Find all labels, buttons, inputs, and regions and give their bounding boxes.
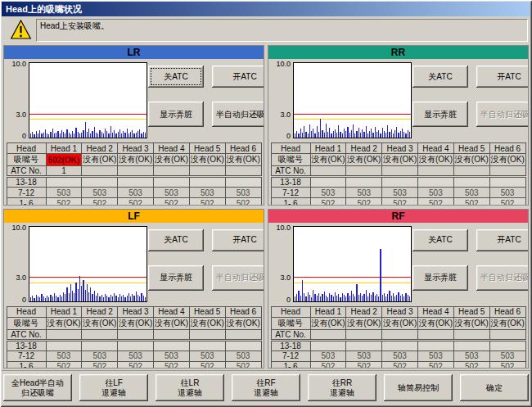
- chart-bar: [57, 297, 58, 301]
- chart-bar: [309, 124, 310, 138]
- chart-bar: [74, 293, 74, 301]
- row-label-cell: ATC No.: [271, 166, 310, 177]
- panel-lr-header: LR: [4, 46, 264, 59]
- chart-bar: [132, 130, 133, 138]
- show-dirty-button[interactable]: 显示弄脏: [148, 102, 204, 127]
- row-label-cell: 7-12: [7, 350, 46, 361]
- open-atc-button[interactable]: 开ATC: [212, 229, 264, 251]
- chart-bar: [394, 130, 395, 138]
- nozzle-table: HeadHead 1Head 2Head 3Head 4Head 5Head 6…: [7, 306, 262, 369]
- retract-axis-lf-button[interactable]: 往LF 退避轴: [79, 374, 148, 401]
- table-row: 13-18: [271, 340, 525, 350]
- chart-bar: [322, 294, 322, 301]
- show-dirty-button[interactable]: 显示弄脏: [148, 265, 204, 291]
- chart-bar: [81, 133, 82, 138]
- table-header-cell: Head 3: [382, 143, 418, 154]
- chart-bar: [335, 292, 336, 301]
- chart-bar: [362, 129, 363, 138]
- chart-bar: [79, 276, 80, 301]
- retract-axis-rr-button[interactable]: 往RR 退避轴: [308, 374, 376, 401]
- table-cell: [382, 340, 418, 350]
- table-cell: [46, 177, 82, 188]
- table-cell: 503: [346, 350, 382, 361]
- nozzle-table: HeadHead 1Head 2Head 3Head 4Head 5Head 6…: [271, 142, 526, 206]
- chart-bar: [302, 280, 303, 301]
- table-header-cell: Head: [271, 306, 310, 317]
- chart-bar: [367, 133, 368, 138]
- table-cell: 503: [453, 188, 489, 198]
- chart-bar: [96, 296, 97, 301]
- chart-bar: [118, 297, 119, 301]
- chart-bar: [329, 293, 330, 301]
- chart-bar: [56, 296, 56, 301]
- table-cell: 没有(OK): [310, 154, 346, 166]
- chart-bar: [400, 296, 401, 301]
- chart-bar: [347, 127, 348, 138]
- open-atc-button[interactable]: 开ATC: [212, 66, 264, 88]
- chart-bar: [295, 296, 295, 301]
- chart-bars: [294, 63, 411, 138]
- show-dirty-button[interactable]: 显示弄脏: [413, 102, 468, 127]
- chart-bar: [54, 293, 55, 301]
- chart-bar: [394, 296, 395, 301]
- chart-bar: [70, 134, 71, 138]
- chart-bar: [317, 296, 318, 301]
- chart-bar: [106, 296, 107, 301]
- table-cell: [310, 329, 346, 340]
- show-dirty-button[interactable]: 显示弄脏: [413, 265, 468, 291]
- table-row: ATC No.: [271, 166, 525, 177]
- close-atc-button[interactable]: 关ATC: [413, 229, 468, 251]
- chart-bar: [36, 295, 37, 301]
- chart-bar: [130, 296, 131, 301]
- close-atc-button[interactable]: 关ATC: [148, 66, 204, 88]
- table-cell: 502: [82, 198, 118, 206]
- chart-bar: [119, 294, 120, 301]
- y-tick-label: 0: [7, 132, 26, 140]
- close-atc-button[interactable]: 关ATC: [413, 66, 468, 88]
- chart-bar: [74, 133, 74, 138]
- open-atc-button[interactable]: 开ATC: [476, 66, 529, 88]
- table-cell: 503: [417, 350, 453, 361]
- table-row: 7-12503503503503503503: [271, 188, 525, 198]
- chart-bar: [298, 291, 299, 301]
- chart-bar: [30, 297, 31, 301]
- chart-bar: [313, 290, 313, 301]
- table-cell: 502: [346, 198, 382, 206]
- row-label-cell: 吸嘴号: [271, 154, 310, 166]
- table-cell: [346, 177, 382, 188]
- chart-bar: [314, 133, 315, 138]
- row-label-cell: 1- 6: [7, 198, 46, 206]
- table-cell: [82, 166, 118, 177]
- table-cell: 503: [118, 350, 154, 361]
- semi-auto-return-button[interactable]: 半自动归还吸嘴: [212, 265, 264, 291]
- semi-auto-return-button[interactable]: 半自动归还吸嘴: [212, 102, 264, 127]
- close-atc-button[interactable]: 关ATC: [148, 229, 204, 251]
- table-header-cell: Head 3: [118, 143, 154, 154]
- table-cell: 502: [153, 198, 189, 206]
- table-cell: [225, 329, 261, 340]
- table-cell: [225, 177, 261, 188]
- table-cell: 502: [153, 361, 189, 369]
- chart-bar: [83, 280, 83, 301]
- chart-bar: [369, 131, 370, 138]
- axis-simple-control-button[interactable]: 轴简易控制: [384, 374, 453, 401]
- table-cell: 503: [225, 350, 261, 361]
- semi-auto-return-button[interactable]: 半自动归还吸嘴: [476, 265, 529, 291]
- chart-bar: [38, 296, 38, 301]
- open-atc-button[interactable]: 开ATC: [476, 229, 529, 251]
- table-cell: 没有(OK): [453, 317, 489, 329]
- retract-axis-lr-button[interactable]: 往LR 退避轴: [156, 374, 224, 401]
- table-cell: [382, 177, 418, 188]
- table-cell: [118, 177, 154, 188]
- retract-axis-rf-button[interactable]: 往RF 退避轴: [232, 374, 300, 401]
- chart-plot-area: [293, 62, 412, 138]
- chart-bar: [408, 295, 408, 301]
- table-cell: 503: [153, 350, 189, 361]
- title-bar[interactable]: Head上的吸嘴状况: [2, 2, 530, 16]
- chart-bar: [311, 297, 312, 301]
- all-head-semi-auto-return-button[interactable]: 全Head半自动 归还吸嘴: [3, 374, 72, 401]
- chart-bar: [385, 133, 386, 138]
- semi-auto-return-button[interactable]: 半自动归还吸嘴: [476, 102, 529, 127]
- confirm-button[interactable]: 确定: [460, 374, 529, 401]
- chart-bar: [360, 293, 361, 301]
